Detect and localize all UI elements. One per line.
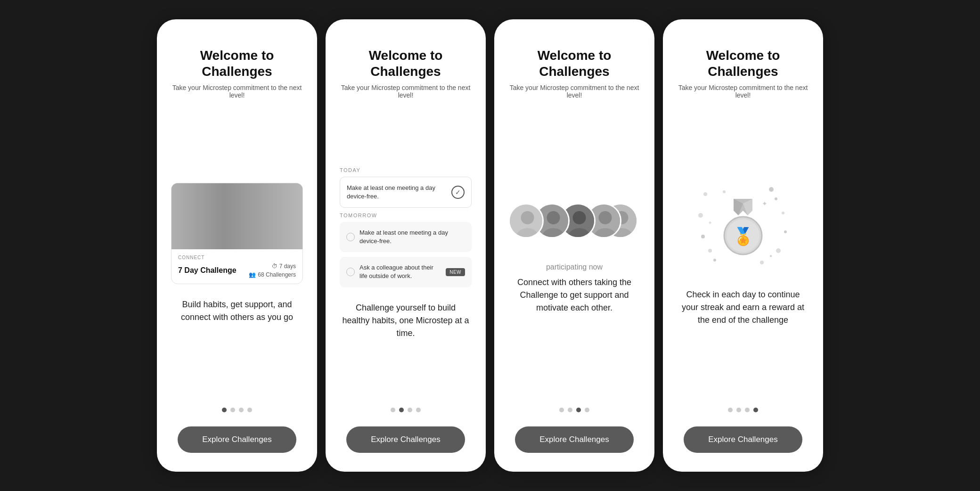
screen4-title: Welcome to Challenges: [677, 48, 809, 79]
dot-4: [416, 408, 421, 412]
dot-2: [230, 408, 235, 412]
challenge-card-info: CONNECT 7 Day Challenge ⏱ 7 days 👥 68 Ch…: [172, 249, 302, 284]
dot-3: [408, 408, 412, 412]
dot-2: [736, 408, 741, 412]
svg-point-33: [723, 190, 726, 193]
screen1-illustration: CONNECT 7 Day Challenge ⏱ 7 days 👥 68 Ch…: [171, 113, 303, 393]
microstep-tomorrow-1-text: Make at least one meeting a day device-f…: [359, 229, 465, 246]
screen4-illustration: ✦ ✦ ✦ 🏅 Check in each day to con: [677, 113, 809, 393]
phone-screen-2: Welcome to Challenges Take your Microste…: [326, 19, 486, 472]
screen1-subtitle: Take your Microstep commitment to the ne…: [171, 84, 303, 99]
svg-point-18: [573, 211, 586, 224]
clock-icon: ⏱: [272, 263, 278, 270]
explore-challenges-button-4[interactable]: Explore Challenges: [684, 426, 802, 453]
challenge-challengers: 👥 68 Challengers: [249, 271, 296, 278]
svg-point-26: [703, 192, 707, 196]
screen2-subtitle: Take your Microstep commitment to the ne…: [340, 84, 472, 99]
dot-2: [568, 408, 572, 412]
medal-area: ✦ ✦ ✦ 🏅: [696, 180, 790, 274]
empty-circle-icon: [346, 233, 355, 241]
meta-row: 7 Day Challenge ⏱ 7 days 👥 68 Challenger…: [178, 263, 296, 278]
connect-label: CONNECT: [178, 255, 296, 260]
svg-point-31: [713, 259, 716, 262]
dot-3: [576, 408, 581, 412]
participating-text: participating now: [546, 263, 603, 271]
avatars-cluster: [508, 192, 640, 249]
screen2-title: Welcome to Challenges: [340, 48, 472, 79]
photo-overlay: [172, 183, 302, 249]
microstep-today-1: Make at least one meeting a day device-f…: [340, 177, 472, 208]
challenge-card: CONNECT 7 Day Challenge ⏱ 7 days 👥 68 Ch…: [171, 183, 303, 284]
screen4-subtitle: Take your Microstep commitment to the ne…: [677, 84, 809, 99]
screen3-subtitle: Take your Microstep commitment to the ne…: [508, 84, 640, 99]
dot-3: [239, 408, 244, 412]
svg-point-34: [784, 230, 787, 233]
dot-2: [399, 408, 404, 412]
screens-container: Welcome to Challenges Take your Microste…: [9, 19, 971, 472]
avatar-1-svg: [510, 205, 544, 238]
dot-4: [247, 408, 252, 412]
dot-1: [222, 408, 227, 412]
microstep-today-1-text: Make at least one meeting a day device-f…: [347, 184, 447, 201]
microstep-tomorrow-1: Make at least one meeting a day device-f…: [340, 222, 472, 252]
today-label: TODAY: [340, 167, 472, 173]
medal-svg: 🏅: [717, 199, 769, 255]
dot-1: [728, 408, 733, 412]
svg-point-32: [760, 261, 764, 264]
svg-point-37: [708, 249, 712, 253]
dot-1: [391, 408, 395, 412]
svg-point-36: [775, 197, 777, 200]
empty-circle-icon-2: [346, 268, 355, 276]
challenge-photo: [172, 183, 302, 249]
svg-text:✦: ✦: [769, 254, 773, 259]
explore-challenges-button-2[interactable]: Explore Challenges: [346, 426, 465, 453]
screen3-illustration: participating now Connect with others ta…: [508, 113, 640, 393]
svg-point-21: [599, 211, 612, 224]
svg-text:🏅: 🏅: [733, 226, 754, 246]
screen1-description: Build habits, get support, and connect w…: [171, 298, 303, 324]
screen2-pagination: [391, 408, 421, 412]
svg-point-12: [521, 211, 534, 224]
svg-text:✦: ✦: [708, 220, 712, 226]
dot-1: [559, 408, 564, 412]
explore-challenges-button-3[interactable]: Explore Challenges: [515, 426, 634, 453]
dot-4: [585, 408, 589, 412]
dot-4: [753, 408, 758, 412]
svg-point-30: [776, 248, 781, 253]
screen4-pagination: [728, 408, 758, 412]
phone-screen-3: Welcome to Challenges Take your Microste…: [494, 19, 654, 472]
new-badge: NEW: [446, 268, 465, 276]
svg-point-35: [698, 213, 703, 218]
microstep-tomorrow-2: Ask a colleague about their life outside…: [340, 257, 472, 287]
people-icon: 👥: [249, 271, 256, 278]
screen1-title: Welcome to Challenges: [171, 48, 303, 79]
dot-3: [745, 408, 750, 412]
challenge-name: 7 Day Challenge: [178, 266, 237, 275]
screen2-description: Challenge yourself to build healthy habi…: [340, 302, 472, 340]
microstep-tomorrow-2-text: Ask a colleague about their life outside…: [359, 263, 441, 280]
check-circle-completed: ✓: [451, 186, 465, 199]
phone-screen-4: Welcome to Challenges Take your Microste…: [663, 19, 823, 472]
avatar-1: [508, 203, 544, 238]
challenge-days: ⏱ 7 days: [272, 263, 296, 270]
svg-point-15: [547, 211, 560, 224]
svg-point-27: [769, 187, 774, 192]
microstep-container: TODAY Make at least one meeting a day de…: [340, 167, 472, 292]
svg-point-28: [782, 212, 784, 214]
svg-point-29: [701, 235, 705, 238]
tomorrow-label: TOMORROW: [340, 213, 472, 218]
screen2-illustration: TODAY Make at least one meeting a day de…: [340, 113, 472, 393]
screen3-description: Connect with others taking the Challenge…: [508, 276, 640, 314]
screen3-pagination: [559, 408, 589, 412]
screen3-title: Welcome to Challenges: [508, 48, 640, 79]
screen4-description: Check in each day to continue your strea…: [677, 288, 809, 327]
phone-screen-1: Welcome to Challenges Take your Microste…: [157, 19, 317, 472]
screen1-pagination: [222, 408, 252, 412]
explore-challenges-button-1[interactable]: Explore Challenges: [178, 426, 296, 453]
